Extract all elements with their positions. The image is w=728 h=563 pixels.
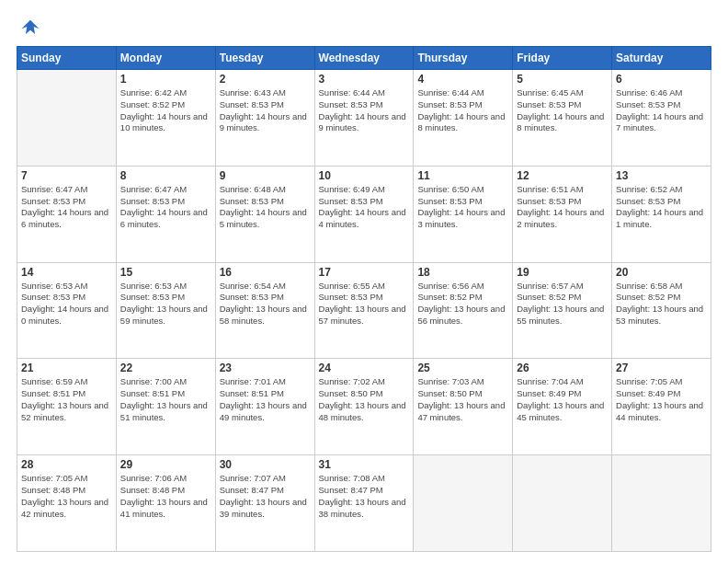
calendar-cell: 30Sunrise: 7:07 AMSunset: 8:47 PMDayligh… — [215, 455, 314, 552]
day-info: Sunrise: 6:49 AMSunset: 8:53 PMDaylight:… — [319, 184, 410, 231]
calendar-cell: 19Sunrise: 6:57 AMSunset: 8:52 PMDayligh… — [513, 262, 612, 359]
calendar-cell: 4Sunrise: 6:44 AMSunset: 8:53 PMDaylight… — [414, 70, 513, 167]
calendar-cell: 10Sunrise: 6:49 AMSunset: 8:53 PMDayligh… — [314, 166, 414, 262]
day-info: Sunrise: 7:00 AMSunset: 8:51 PMDaylight:… — [120, 376, 211, 423]
weekday-header-sunday: Sunday — [17, 47, 117, 70]
week-row-5: 28Sunrise: 7:05 AMSunset: 8:48 PMDayligh… — [17, 455, 711, 552]
day-number: 4 — [417, 73, 508, 86]
day-info: Sunrise: 6:44 AMSunset: 8:53 PMDaylight:… — [417, 87, 508, 134]
day-info: Sunrise: 6:52 AMSunset: 8:53 PMDaylight:… — [616, 184, 707, 231]
week-row-1: 1Sunrise: 6:42 AMSunset: 8:52 PMDaylight… — [17, 70, 711, 167]
calendar-cell: 17Sunrise: 6:55 AMSunset: 8:53 PMDayligh… — [314, 262, 414, 359]
logo — [17, 17, 40, 37]
calendar-cell — [414, 455, 513, 552]
day-number: 27 — [616, 362, 707, 374]
day-number: 19 — [517, 266, 608, 279]
svg-marker-0 — [21, 20, 39, 34]
calendar-cell: 24Sunrise: 7:02 AMSunset: 8:50 PMDayligh… — [314, 359, 414, 455]
calendar-cell: 23Sunrise: 7:01 AMSunset: 8:51 PMDayligh… — [215, 359, 314, 455]
day-number: 6 — [616, 73, 707, 86]
day-info: Sunrise: 6:48 AMSunset: 8:53 PMDaylight:… — [220, 184, 311, 231]
day-info: Sunrise: 7:07 AMSunset: 8:47 PMDaylight:… — [220, 473, 311, 520]
calendar-cell: 31Sunrise: 7:08 AMSunset: 8:47 PMDayligh… — [314, 455, 414, 552]
calendar-cell — [612, 455, 711, 552]
calendar-cell: 12Sunrise: 6:51 AMSunset: 8:53 PMDayligh… — [513, 166, 612, 262]
calendar-cell: 11Sunrise: 6:50 AMSunset: 8:53 PMDayligh… — [414, 166, 513, 262]
day-info: Sunrise: 6:53 AMSunset: 8:53 PMDaylight:… — [120, 281, 211, 327]
weekday-header-friday: Friday — [513, 47, 612, 70]
calendar-cell: 25Sunrise: 7:03 AMSunset: 8:50 PMDayligh… — [414, 359, 513, 455]
weekday-header-thursday: Thursday — [414, 47, 513, 70]
day-number: 7 — [21, 169, 112, 182]
calendar-cell: 27Sunrise: 7:05 AMSunset: 8:49 PMDayligh… — [612, 359, 711, 455]
day-number: 5 — [517, 73, 608, 86]
day-number: 26 — [517, 362, 608, 374]
calendar-cell — [513, 455, 612, 552]
calendar-cell: 5Sunrise: 6:45 AMSunset: 8:53 PMDaylight… — [513, 70, 612, 167]
day-number: 16 — [220, 266, 311, 279]
day-number: 12 — [517, 169, 608, 182]
day-number: 21 — [21, 362, 112, 374]
day-number: 9 — [220, 169, 311, 182]
weekday-header-tuesday: Tuesday — [215, 47, 314, 70]
day-info: Sunrise: 7:06 AMSunset: 8:48 PMDaylight:… — [120, 473, 211, 520]
day-info: Sunrise: 7:01 AMSunset: 8:51 PMDaylight:… — [220, 376, 311, 423]
day-number: 15 — [120, 266, 211, 279]
calendar-cell: 26Sunrise: 7:04 AMSunset: 8:49 PMDayligh… — [513, 359, 612, 455]
calendar-cell: 18Sunrise: 6:56 AMSunset: 8:52 PMDayligh… — [414, 262, 513, 359]
weekday-header-saturday: Saturday — [612, 47, 711, 70]
day-info: Sunrise: 6:43 AMSunset: 8:53 PMDaylight:… — [220, 87, 311, 134]
calendar-cell: 6Sunrise: 6:46 AMSunset: 8:53 PMDaylight… — [612, 70, 711, 167]
page: SundayMondayTuesdayWednesdayThursdayFrid… — [0, 0, 728, 563]
day-number: 22 — [120, 362, 211, 374]
weekday-header-row: SundayMondayTuesdayWednesdayThursdayFrid… — [17, 47, 711, 70]
day-number: 23 — [220, 362, 311, 374]
day-number: 28 — [21, 458, 112, 471]
day-number: 29 — [120, 458, 211, 471]
calendar-cell — [17, 70, 117, 167]
calendar-cell: 8Sunrise: 6:47 AMSunset: 8:53 PMDaylight… — [116, 166, 215, 262]
day-info: Sunrise: 6:58 AMSunset: 8:52 PMDaylight:… — [616, 281, 707, 327]
calendar-cell: 2Sunrise: 6:43 AMSunset: 8:53 PMDaylight… — [215, 70, 314, 167]
calendar-cell: 3Sunrise: 6:44 AMSunset: 8:53 PMDaylight… — [314, 70, 414, 167]
calendar-cell: 28Sunrise: 7:05 AMSunset: 8:48 PMDayligh… — [17, 455, 117, 552]
day-number: 17 — [319, 266, 410, 279]
day-number: 1 — [120, 73, 211, 86]
day-info: Sunrise: 6:54 AMSunset: 8:53 PMDaylight:… — [220, 281, 311, 327]
calendar-cell: 20Sunrise: 6:58 AMSunset: 8:52 PMDayligh… — [612, 262, 711, 359]
day-info: Sunrise: 6:51 AMSunset: 8:53 PMDaylight:… — [517, 184, 608, 231]
week-row-3: 14Sunrise: 6:53 AMSunset: 8:53 PMDayligh… — [17, 262, 711, 359]
day-info: Sunrise: 7:08 AMSunset: 8:47 PMDaylight:… — [319, 473, 410, 520]
day-info: Sunrise: 6:57 AMSunset: 8:52 PMDaylight:… — [517, 281, 608, 327]
week-row-2: 7Sunrise: 6:47 AMSunset: 8:53 PMDaylight… — [17, 166, 711, 262]
calendar-cell: 7Sunrise: 6:47 AMSunset: 8:53 PMDaylight… — [17, 166, 117, 262]
calendar-cell: 9Sunrise: 6:48 AMSunset: 8:53 PMDaylight… — [215, 166, 314, 262]
calendar-cell: 1Sunrise: 6:42 AMSunset: 8:52 PMDaylight… — [116, 70, 215, 167]
calendar-cell: 13Sunrise: 6:52 AMSunset: 8:53 PMDayligh… — [612, 166, 711, 262]
day-info: Sunrise: 6:50 AMSunset: 8:53 PMDaylight:… — [417, 184, 508, 231]
calendar-cell: 22Sunrise: 7:00 AMSunset: 8:51 PMDayligh… — [116, 359, 215, 455]
day-info: Sunrise: 7:03 AMSunset: 8:50 PMDaylight:… — [417, 376, 508, 423]
day-info: Sunrise: 6:44 AMSunset: 8:53 PMDaylight:… — [319, 87, 410, 134]
calendar-table: SundayMondayTuesdayWednesdayThursdayFrid… — [17, 46, 711, 552]
day-info: Sunrise: 7:04 AMSunset: 8:49 PMDaylight:… — [517, 376, 608, 423]
day-info: Sunrise: 7:05 AMSunset: 8:49 PMDaylight:… — [616, 376, 707, 423]
calendar-cell: 16Sunrise: 6:54 AMSunset: 8:53 PMDayligh… — [215, 262, 314, 359]
day-info: Sunrise: 6:42 AMSunset: 8:52 PMDaylight:… — [120, 87, 211, 134]
day-number: 8 — [120, 169, 211, 182]
day-info: Sunrise: 6:55 AMSunset: 8:53 PMDaylight:… — [319, 281, 410, 327]
day-info: Sunrise: 6:45 AMSunset: 8:53 PMDaylight:… — [517, 87, 608, 134]
header — [17, 17, 711, 37]
day-number: 13 — [616, 169, 707, 182]
calendar-cell: 29Sunrise: 7:06 AMSunset: 8:48 PMDayligh… — [116, 455, 215, 552]
calendar-cell: 15Sunrise: 6:53 AMSunset: 8:53 PMDayligh… — [116, 262, 215, 359]
day-info: Sunrise: 7:02 AMSunset: 8:50 PMDaylight:… — [319, 376, 410, 423]
day-info: Sunrise: 6:56 AMSunset: 8:52 PMDaylight:… — [417, 281, 508, 327]
day-number: 24 — [319, 362, 410, 374]
day-info: Sunrise: 7:05 AMSunset: 8:48 PMDaylight:… — [21, 473, 112, 520]
day-number: 2 — [220, 73, 311, 86]
day-info: Sunrise: 6:47 AMSunset: 8:53 PMDaylight:… — [120, 184, 211, 231]
day-number: 31 — [319, 458, 410, 471]
day-number: 18 — [417, 266, 508, 279]
day-info: Sunrise: 6:59 AMSunset: 8:51 PMDaylight:… — [21, 376, 112, 423]
